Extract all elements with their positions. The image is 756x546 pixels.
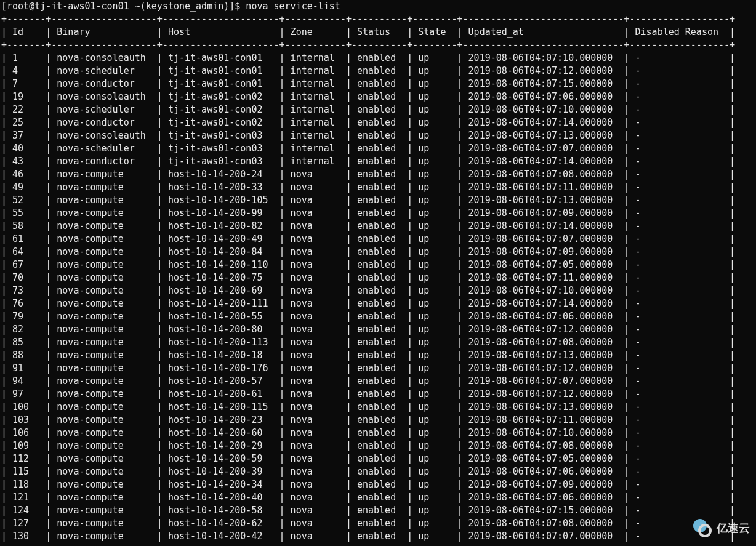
table-row: | 67 | nova-compute | host-10-14-200-110… xyxy=(1,259,755,271)
shell-prompt-line: [root@tj-it-aws01-con01 ~(keystone_admin… xyxy=(1,0,755,13)
table-row: | 85 | nova-compute | host-10-14-200-113… xyxy=(1,336,755,349)
table-row: | 82 | nova-compute | host-10-14-200-80 … xyxy=(1,323,755,336)
table-row: | 43 | nova-conductor | tj-it-aws01-con0… xyxy=(1,155,755,168)
table-row: | 106 | nova-compute | host-10-14-200-60… xyxy=(1,427,755,440)
table-row: | 103 | nova-compute | host-10-14-200-23… xyxy=(1,414,755,427)
table-row: | 61 | nova-compute | host-10-14-200-49 … xyxy=(1,233,755,246)
table-row: | 73 | nova-compute | host-10-14-200-69 … xyxy=(1,284,755,297)
table-row: | 1 | nova-consoleauth | tj-it-aws01-con… xyxy=(1,52,755,65)
table-header: | Id | Binary | Host | Zone | Status | S… xyxy=(1,26,755,39)
table-row: | 91 | nova-compute | host-10-14-200-176… xyxy=(1,362,755,375)
table-row: | 100 | nova-compute | host-10-14-200-11… xyxy=(1,401,755,414)
table-row: | 127 | nova-compute | host-10-14-200-62… xyxy=(1,517,755,530)
table-row: | 88 | nova-compute | host-10-14-200-18 … xyxy=(1,349,755,362)
table-row: | 79 | nova-compute | host-10-14-200-55 … xyxy=(1,310,755,323)
table-row: | 7 | nova-conductor | tj-it-aws01-con01… xyxy=(1,78,755,90)
table-row: | 19 | nova-consoleauth | tj-it-aws01-co… xyxy=(1,90,755,103)
table-row: | 130 | nova-compute | host-10-14-200-42… xyxy=(1,530,755,543)
table-row: | 37 | nova-consoleauth | tj-it-aws01-co… xyxy=(1,129,755,142)
table-row: | 76 | nova-compute | host-10-14-200-111… xyxy=(1,297,755,310)
table-row: | 109 | nova-compute | host-10-14-200-29… xyxy=(1,440,755,452)
table-row: | 4 | nova-scheduler | tj-it-aws01-con01… xyxy=(1,65,755,78)
table-row: | 94 | nova-compute | host-10-14-200-57 … xyxy=(1,375,755,388)
service-list-table: +-------+-------------------+-----------… xyxy=(1,13,755,543)
table-row: | 118 | nova-compute | host-10-14-200-34… xyxy=(1,478,755,491)
table-row: | 22 | nova-scheduler | tj-it-aws01-con0… xyxy=(1,103,755,116)
table-row: | 70 | nova-compute | host-10-14-200-75 … xyxy=(1,271,755,284)
table-row: | 52 | nova-compute | host-10-14-200-105… xyxy=(1,194,755,207)
table-row: | 25 | nova-conductor | tj-it-aws01-con0… xyxy=(1,116,755,129)
table-row: | 58 | nova-compute | host-10-14-200-82 … xyxy=(1,220,755,233)
terminal-window[interactable]: [root@tj-it-aws01-con01 ~(keystone_admin… xyxy=(0,0,756,546)
table-row: | 55 | nova-compute | host-10-14-200-99 … xyxy=(1,207,755,220)
table-row: | 46 | nova-compute | host-10-14-200-24 … xyxy=(1,168,755,181)
table-row: | 121 | nova-compute | host-10-14-200-40… xyxy=(1,491,755,504)
table-row: | 97 | nova-compute | host-10-14-200-61 … xyxy=(1,388,755,401)
table-row: | 124 | nova-compute | host-10-14-200-58… xyxy=(1,504,755,517)
table-row: | 112 | nova-compute | host-10-14-200-59… xyxy=(1,452,755,465)
table-row: | 64 | nova-compute | host-10-14-200-84 … xyxy=(1,246,755,259)
table-row: | 115 | nova-compute | host-10-14-200-39… xyxy=(1,465,755,478)
table-separator: +-------+-------------------+-----------… xyxy=(1,39,755,52)
table-row: | 49 | nova-compute | host-10-14-200-33 … xyxy=(1,181,755,194)
table-row: | 40 | nova-scheduler | tj-it-aws01-con0… xyxy=(1,142,755,155)
table-separator: +-------+-------------------+-----------… xyxy=(1,13,755,26)
